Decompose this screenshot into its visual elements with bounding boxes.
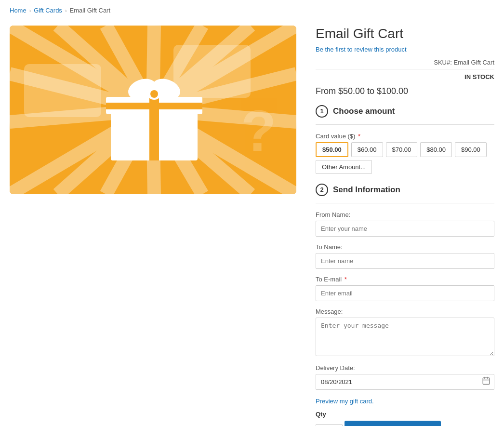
required-star-email: * bbox=[345, 276, 347, 283]
product-image-area: ? bbox=[10, 26, 296, 426]
message-label: Message: bbox=[316, 308, 494, 315]
amount-btn-80[interactable]: $80.00 bbox=[420, 142, 452, 157]
card-value-field: Card value ($) * $50.00 $60.00 $70.00 $8… bbox=[316, 133, 494, 174]
svg-rect-20 bbox=[173, 45, 251, 98]
section-1-divider bbox=[316, 124, 494, 125]
from-name-label: From Name: bbox=[316, 211, 494, 218]
card-value-options: $50.00 $60.00 $70.00 $80.00 $90.00 Other… bbox=[316, 142, 494, 174]
amount-btn-other[interactable]: Other Amount... bbox=[316, 160, 372, 174]
amount-btn-60[interactable]: $60.00 bbox=[351, 142, 383, 157]
to-name-label: To Name: bbox=[316, 243, 494, 251]
section-2-title: Send Information bbox=[333, 185, 400, 195]
section-1-number: 1 bbox=[316, 105, 328, 118]
qty-input[interactable] bbox=[316, 424, 343, 426]
delivery-date-group: Delivery Date: 08/20/2021 bbox=[316, 364, 494, 390]
date-wrapper: 08/20/2021 bbox=[316, 374, 494, 390]
send-info-header: 2 Send Information bbox=[316, 184, 494, 196]
breadcrumb-sep-1: › bbox=[29, 8, 31, 13]
add-to-cart-button[interactable]: Add to Cart bbox=[345, 421, 441, 426]
qty-label: Qty bbox=[316, 411, 494, 418]
from-name-group: From Name: bbox=[316, 211, 494, 243]
to-email-group: To E-mail * bbox=[316, 276, 494, 308]
required-star-1: * bbox=[358, 133, 360, 140]
breadcrumb: Home › Gift Cards › Email Gift Cart bbox=[0, 0, 504, 21]
message-input[interactable] bbox=[316, 318, 494, 356]
to-name-group: To Name: bbox=[316, 243, 494, 276]
sku-label: SKU#: bbox=[434, 59, 452, 66]
svg-text:?: ? bbox=[241, 98, 276, 163]
sku-divider bbox=[316, 69, 494, 69]
section-1-title: Choose amount bbox=[333, 106, 395, 116]
preview-link[interactable]: Preview my gift card. bbox=[316, 398, 494, 405]
to-email-label: To E-mail * bbox=[316, 276, 494, 283]
price-range: From $50.00 to $100.00 bbox=[316, 86, 494, 96]
breadcrumb-gift-cards[interactable]: Gift Cards bbox=[34, 7, 62, 14]
breadcrumb-current: Email Gift Cart bbox=[70, 7, 111, 14]
availability-badge: IN STOCK bbox=[316, 73, 494, 80]
amount-btn-50[interactable]: $50.00 bbox=[316, 142, 348, 157]
gift-card-image: ? bbox=[10, 26, 296, 194]
choose-amount-header: 1 Choose amount bbox=[316, 105, 494, 118]
breadcrumb-sep-2: › bbox=[65, 8, 67, 13]
svg-rect-19 bbox=[24, 64, 101, 117]
svg-point-28 bbox=[150, 90, 158, 98]
product-details: Email Gift Cart Be the first to review t… bbox=[316, 26, 494, 426]
sku-value: Email Gift Cart bbox=[453, 59, 494, 66]
from-name-input[interactable] bbox=[316, 221, 494, 237]
page-layout: ? Email Gift Cart Be the first to review… bbox=[0, 21, 504, 426]
svg-rect-24 bbox=[106, 103, 202, 109]
sku-row: SKU#: Email Gift Cart bbox=[316, 59, 494, 66]
message-group: Message: bbox=[316, 308, 494, 364]
product-title: Email Gift Cart bbox=[316, 26, 494, 42]
to-email-input[interactable] bbox=[316, 285, 494, 301]
to-name-input[interactable] bbox=[316, 253, 494, 269]
delivery-date-input[interactable]: 08/20/2021 bbox=[316, 374, 494, 390]
amount-btn-70[interactable]: $70.00 bbox=[386, 142, 418, 157]
amount-btn-90[interactable]: $90.00 bbox=[455, 142, 487, 157]
section-2-divider bbox=[316, 203, 494, 203]
breadcrumb-home[interactable]: Home bbox=[10, 7, 27, 14]
review-link[interactable]: Be the first to review this product bbox=[316, 46, 494, 53]
delivery-date-label: Delivery Date: bbox=[316, 364, 494, 372]
card-value-label: Card value ($) * bbox=[316, 133, 494, 140]
section-2-number: 2 bbox=[316, 184, 328, 196]
